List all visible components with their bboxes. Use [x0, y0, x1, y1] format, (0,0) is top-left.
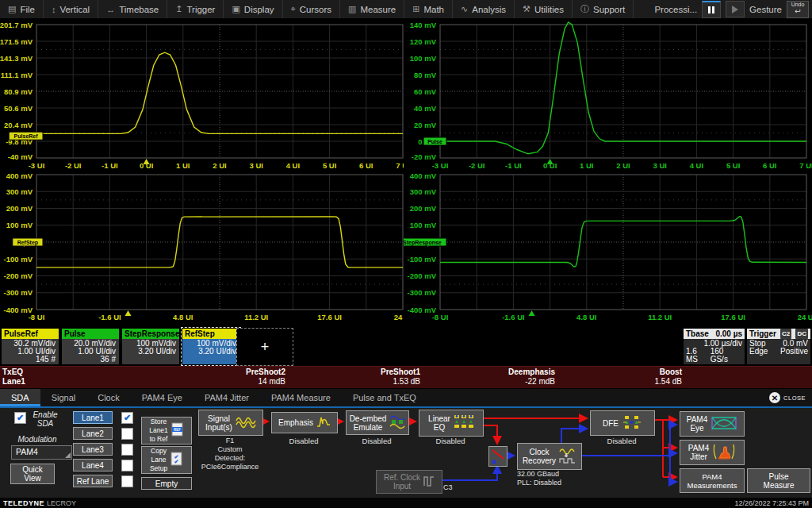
descriptor-pulse[interactable]: Pulse 20.0 mV/div1.00 UI/div36 #	[62, 329, 119, 364]
lane1-button[interactable]: Lane1	[73, 411, 113, 424]
ref-file-icon: REF	[171, 422, 184, 439]
signal-inputs-button[interactable]: SignalInput(s)	[198, 410, 263, 436]
svg-text:11.2 UI: 11.2 UI	[648, 313, 672, 321]
add-trace-button[interactable]: +	[236, 328, 293, 366]
svg-text:24 UI: 24 UI	[798, 313, 812, 321]
waveform-plot-stepresponse[interactable]: 400 mV300 mV200 mV100 mV0 µV-100 mV-200 …	[404, 171, 812, 324]
svg-text:3 UI: 3 UI	[249, 161, 262, 170]
descriptor-pulseref[interactable]: PulseRef 30.2 mV/div1.00 UI/div145 #	[2, 329, 59, 364]
lane4-button[interactable]: Lane4	[73, 459, 113, 471]
status-bar: TELEDYNELECROY 12/26/2022 7:25:43 PM	[0, 498, 812, 508]
tab-pam4-measure[interactable]: PAM4 Measure	[260, 389, 342, 406]
svg-text:-2 UI: -2 UI	[469, 161, 485, 170]
gesture-label: Gesture	[749, 5, 782, 14]
linear-eq-button[interactable]: LinearEQ	[419, 410, 484, 437]
store-lane1-to-ref-button[interactable]: StoreLane1to Ref REF	[141, 417, 192, 444]
lane3-button[interactable]: Lane3	[73, 443, 113, 456]
menu-utilities[interactable]: ⚒Utilities	[515, 0, 573, 18]
svg-text:-1 UI: -1 UI	[505, 161, 522, 170]
signal-waves-icon	[236, 415, 256, 431]
dfe-icon	[622, 414, 642, 432]
ref-clock-input-button[interactable]: Ref. ClockInput	[376, 470, 442, 494]
menu-math[interactable]: ⊞Math	[404, 0, 453, 18]
pam4-measurements-button[interactable]: PAM4Measurements	[680, 468, 745, 493]
quick-view-button[interactable]: QuickView	[10, 464, 55, 484]
menu-measure[interactable]: ▥Measure	[340, 0, 404, 18]
descriptor-stepresponse[interactable]: StepResponse 100 mV/div3.20 UI/div	[122, 329, 179, 364]
descriptor-refstep[interactable]: RefStep 100 mV/div3.20 UI/div	[182, 329, 239, 364]
tab-clock[interactable]: Clock	[86, 389, 131, 406]
linear-eq-icon	[454, 414, 474, 432]
lane1-checkbox[interactable]: ✔	[121, 412, 133, 424]
pam4-jitter-button[interactable]: PAM4Jitter	[680, 440, 745, 465]
svg-text:11.2 UI: 11.2 UI	[244, 313, 268, 321]
svg-text:REF: REF	[174, 428, 181, 432]
measure-table: TxEQLane1 PreShoot214 mdB PreShoot11.53 …	[0, 366, 812, 388]
svg-text:201.7 mV: 201.7 mV	[0, 21, 33, 29]
empty-slot-button[interactable]: Empty	[141, 477, 192, 490]
copy-setup-icon: ✔✔	[170, 452, 183, 468]
emphasis-wave-icon	[316, 415, 331, 431]
modulation-dropdown[interactable]: PAM4	[11, 445, 72, 460]
undo-button[interactable]: Undo↩	[787, 1, 809, 18]
waveform-plot-pulse[interactable]: 140 mV120 mV100 mV80 mV60 mV40 mV20 mV0 …	[404, 19, 812, 171]
svg-text:5 UI: 5 UI	[726, 161, 740, 170]
menu-vertical[interactable]: ↕Vertical	[44, 0, 98, 18]
emphasis-status: Disabled	[271, 437, 336, 445]
tab-pulse-txeq[interactable]: Pulse and TxEQ	[342, 389, 427, 406]
trigger-icon: ↥	[175, 4, 182, 14]
waveform-plot-refstep[interactable]: 400 mV300 mV200 mV100 mV0 µV-100 mV-200 …	[0, 171, 406, 324]
ref-clock-channel: C3	[443, 483, 459, 492]
menu-cursors[interactable]: ⌖Cursors	[283, 0, 340, 18]
ref-lane-button[interactable]: Ref Lane	[73, 475, 113, 487]
svg-text:2 UI: 2 UI	[213, 161, 226, 170]
svg-text:-20 mV: -20 mV	[412, 152, 437, 161]
tab-pam4-jitter[interactable]: PAM4 Jitter	[193, 389, 260, 406]
svg-text:-300 mV: -300 mV	[408, 288, 437, 297]
clock-recovery-button[interactable]: ClockRecovery	[517, 443, 582, 470]
play-button[interactable]	[726, 1, 745, 17]
deembed-emulate-button[interactable]: De-embedEmulate	[346, 410, 409, 435]
tab-pam4-eye[interactable]: PAM4 Eye	[131, 389, 193, 406]
menu-timebase[interactable]: ↔Timebase	[98, 0, 167, 18]
copy-lane-setup-button[interactable]: CopyLaneSetup ✔✔	[141, 446, 192, 474]
svg-text:StepResponse: StepResponse	[404, 240, 442, 246]
modulation-label: Modulation	[10, 435, 65, 444]
support-icon: ⓘ	[580, 3, 589, 15]
menu-trigger[interactable]: ↥Trigger	[167, 0, 224, 18]
jitter-histogram-icon	[712, 443, 736, 462]
clock-source-mux[interactable]	[488, 446, 508, 467]
lane2-button[interactable]: Lane2	[73, 427, 113, 440]
ref-lane-checkbox[interactable]	[121, 475, 133, 487]
svg-text:400 mV: 400 mV	[6, 171, 33, 180]
pam4-eye-button[interactable]: PAM4Eye	[680, 411, 745, 437]
lane2-checkbox[interactable]	[121, 428, 133, 440]
svg-text:200 mV: 200 mV	[6, 204, 33, 213]
svg-text:111.1 mV: 111.1 mV	[1, 71, 33, 79]
enable-sda-checkbox[interactable]: ✔	[14, 412, 26, 424]
tab-signal[interactable]: Signal	[40, 389, 87, 406]
menu-analysis[interactable]: ∿Analysis	[453, 0, 515, 18]
menu-support[interactable]: ⓘSupport	[573, 0, 634, 18]
pulse-measure-button[interactable]: PulseMeasure	[747, 468, 810, 493]
dfe-button[interactable]: DFE	[590, 410, 655, 436]
undo-arrow-icon: ↩	[787, 8, 808, 15]
sda-panel: ✔ EnableSDA Modulation PAM4 QuickView La…	[0, 408, 812, 498]
svg-text:-8 UI: -8 UI	[432, 313, 449, 321]
emphasis-button[interactable]: Emphasis	[271, 412, 338, 433]
menu-file[interactable]: ▤File	[0, 0, 44, 18]
descriptor-timebase[interactable]: Tbase0.00 µs 1.00 µs/div 1.6 MS160 GS/s	[684, 329, 745, 364]
svg-text:PulseRef: PulseRef	[14, 133, 39, 139]
close-dialog-button[interactable]: ✕ CLOSE	[769, 389, 812, 406]
menu-display[interactable]: ▣Display	[224, 0, 282, 18]
file-icon: ▤	[8, 4, 16, 14]
tab-sda[interactable]: SDA	[0, 389, 40, 406]
dialog-tab-bar: SDA Signal Clock PAM4 Eye PAM4 Jitter PA…	[0, 389, 812, 408]
descriptor-trigger[interactable]: TriggerC2DC Stop0.0 mV EdgePositive	[747, 329, 810, 364]
pause-button[interactable]	[702, 1, 721, 18]
waveform-plot-pulseref[interactable]: 201.7 mV171.5 mV141.3 mV111.1 mV80.9 mV5…	[0, 19, 406, 171]
oscilloscope-screen: ▤File ↕Vertical ↔Timebase ↥Trigger ▣Disp…	[0, 0, 812, 508]
svg-text:-1.6 UI: -1.6 UI	[502, 313, 525, 321]
lane4-checkbox[interactable]	[121, 460, 133, 471]
lane3-checkbox[interactable]	[121, 444, 133, 456]
